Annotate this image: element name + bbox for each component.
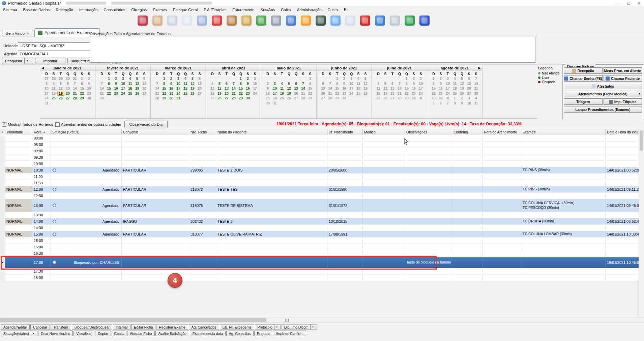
calendar-day[interactable]: 22	[237, 91, 244, 96]
ficha-cell[interactable]	[189, 193, 216, 199]
exames-cell[interactable]	[521, 250, 606, 256]
calendar-day[interactable]: 6	[466, 76, 473, 81]
calendar-day[interactable]: 5	[134, 76, 141, 81]
registrar-exame-button[interactable]: Registrar Exame	[156, 324, 188, 330]
schedule-row-17-00[interactable]: ▸17:00Bloqueado por: CHARLLESTeste de bl…	[0, 257, 644, 268]
calendar-day[interactable]: 5	[362, 76, 369, 81]
prioridade-cell[interactable]	[5, 250, 32, 256]
hora-cell[interactable]: 15:00	[32, 231, 51, 237]
calendar-day[interactable]: 9	[113, 81, 120, 86]
internar-button[interactable]: Internar	[113, 324, 130, 330]
confirma-cell[interactable]	[452, 167, 482, 173]
observacoes-cell[interactable]	[405, 238, 452, 244]
calendar-day[interactable]: 28	[300, 96, 307, 101]
exames-cell[interactable]: TC ORBITA (30min)	[521, 218, 606, 224]
calendar-day[interactable]: 4	[209, 81, 216, 86]
medico-cell[interactable]	[363, 268, 405, 274]
calendar-day[interactable]: 22	[430, 91, 437, 96]
observacoes-cell[interactable]	[405, 231, 452, 237]
calendar-day[interactable]: 2	[86, 76, 93, 81]
calendar-day[interactable]: 10	[271, 86, 279, 91]
calendar-day[interactable]: 20	[64, 91, 71, 96]
hora-atendimento-cell[interactable]	[482, 148, 521, 154]
situacao-cell[interactable]	[51, 238, 122, 244]
confirma-cell[interactable]	[452, 174, 482, 180]
calendar-day[interactable]: 24	[271, 96, 279, 101]
nascimento-cell[interactable]	[327, 250, 363, 256]
observacoes-cell[interactable]	[405, 275, 452, 281]
horizontal-scrollbar-thumb[interactable]	[0, 318, 266, 322]
confirma-cell[interactable]	[452, 199, 482, 212]
hora-cell[interactable]: 12:30	[32, 193, 51, 199]
ficha-cell[interactable]	[189, 180, 216, 186]
confirma-cell[interactable]	[452, 154, 482, 160]
unidade-combobox[interactable]: HOSPITAL SQL - MATRIZ▼	[18, 42, 101, 49]
chamar-paciente-button[interactable]: Chamar Paciente	[604, 75, 642, 82]
calendar-day[interactable]: 22	[403, 91, 410, 96]
calendar-day[interactable]: 23	[168, 91, 175, 96]
ficha-cell[interactable]	[189, 238, 216, 244]
calendar-day[interactable]: 3	[417, 76, 425, 81]
calendar-day[interactable]: 1	[161, 76, 168, 81]
prioridade-cell[interactable]	[5, 268, 32, 274]
calendar-day[interactable]: 8	[79, 81, 86, 86]
nascimento-cell[interactable]	[327, 148, 363, 154]
hora-cell[interactable]: 15:30	[32, 238, 51, 244]
calendar-day[interactable]: 6	[141, 76, 148, 81]
convenio-cell[interactable]: PARTICULAR	[122, 199, 189, 212]
calendar-day[interactable]: 3	[252, 76, 259, 81]
hora-atendimento-cell[interactable]	[482, 275, 521, 281]
calendar-day[interactable]: 14	[230, 86, 237, 91]
paciente-cell[interactable]: TESTE DE SISTEMA	[216, 199, 327, 212]
calendar-day[interactable]: 30	[86, 96, 93, 101]
nascimento-cell[interactable]	[327, 212, 363, 218]
exames-cell[interactable]	[521, 225, 606, 231]
hora-cell[interactable]: 17:30	[32, 268, 51, 274]
menu-item-sus-ans[interactable]: Sus/Ans	[257, 7, 278, 12]
ag-consultas-button[interactable]: Ag. Consultas	[226, 331, 254, 336]
observacoes-cell[interactable]	[405, 199, 452, 212]
medico-cell[interactable]	[363, 199, 405, 212]
nascimento-cell[interactable]: 20/05/2000	[327, 167, 363, 173]
hora-atendimento-cell[interactable]	[482, 225, 521, 231]
prioridade-cell[interactable]	[5, 180, 32, 186]
convenio-cell[interactable]	[122, 148, 189, 154]
inclusao-cell[interactable]: 14/01/2021 09:45:02	[606, 199, 644, 212]
calendar-day[interactable]: 25	[355, 91, 362, 96]
column-header-observa-es[interactable]: Observações	[405, 129, 452, 135]
confirma-cell[interactable]	[452, 212, 482, 218]
schedule-row-10-00[interactable]: 10:00	[0, 161, 644, 167]
imp-etiqueta-button[interactable]: Imp. Etiqueta	[604, 98, 642, 105]
inclusao-cell[interactable]: 14/01/2021 08:52:44	[606, 218, 644, 224]
prioridade-cell[interactable]	[5, 244, 32, 250]
situacao-cell[interactable]	[51, 135, 122, 141]
calendar-prev-icon[interactable]: ◀	[41, 66, 44, 70]
close-button[interactable]: ✕	[634, 0, 644, 7]
hora-atendimento-cell[interactable]	[482, 238, 521, 244]
calendar-day[interactable]: 14	[98, 86, 106, 91]
calendar-day[interactable]: 17	[252, 86, 259, 91]
calendar-day[interactable]: 20	[320, 91, 327, 96]
calendar-day[interactable]: 28	[154, 96, 161, 101]
paciente-cell[interactable]: TESTE TES	[216, 186, 327, 192]
calendar-day[interactable]: 25	[451, 91, 459, 96]
calendar-day[interactable]: 15	[106, 86, 113, 91]
convenio-cell[interactable]	[122, 212, 189, 218]
inclusao-cell[interactable]	[606, 225, 644, 231]
observacoes-cell[interactable]	[405, 244, 452, 250]
calendar-day[interactable]: 25	[279, 96, 286, 101]
calendar-day[interactable]: 2	[459, 96, 466, 101]
prioridade-cell[interactable]	[5, 225, 32, 231]
calendar-day[interactable]: 14	[300, 86, 307, 91]
calendar-day[interactable]: 1	[403, 76, 410, 81]
calendar-day[interactable]: 7	[300, 81, 307, 86]
situacao-cell[interactable]	[51, 250, 122, 256]
menu-item-caixa[interactable]: Caixa	[278, 7, 294, 12]
calendar-day[interactable]: 28	[50, 76, 57, 81]
situacao-cell[interactable]	[51, 148, 122, 154]
calendar-day[interactable]: 19	[216, 91, 223, 96]
calendar-day[interactable]: 10	[252, 81, 259, 86]
calendar-day[interactable]: 5	[57, 81, 64, 86]
calendar-day[interactable]: 16	[244, 86, 252, 91]
calendar-day[interactable]: 18	[375, 91, 382, 96]
